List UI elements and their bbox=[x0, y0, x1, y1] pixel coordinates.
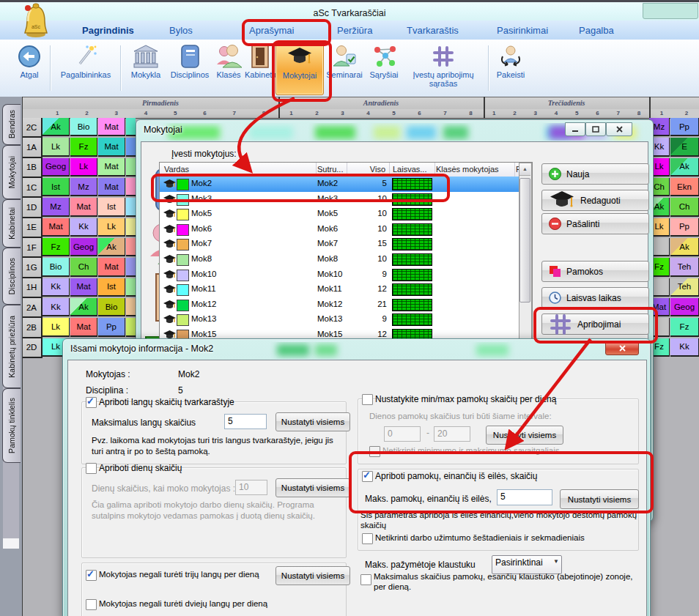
max-windows-input[interactable]: 5 bbox=[224, 414, 267, 429]
column-header-Laisvas[interactable]: Laisvas... bbox=[393, 165, 426, 174]
max-lessons-input[interactable]: 20 bbox=[434, 426, 470, 442]
ribbon-button-sąryšiai[interactable]: Sąryšiai bbox=[366, 42, 402, 94]
timetable-cell[interactable]: Mat bbox=[70, 318, 97, 336]
ribbon-button-mokytojai[interactable]: Mokytojai bbox=[275, 42, 324, 95]
timetable-cell[interactable]: Ak bbox=[670, 158, 699, 177]
asc-logo-bell-icon[interactable]: aSc bbox=[19, 2, 53, 39]
timetable-cell[interactable]: Mat bbox=[42, 218, 70, 237]
timetable-cell[interactable]: Mz bbox=[42, 198, 70, 216]
menu-item-tvarkaraštis[interactable]: Tvarkaraštis bbox=[407, 25, 459, 36]
timetable-cell[interactable]: Bio bbox=[42, 258, 70, 276]
scrollbar-thumb[interactable] bbox=[519, 178, 530, 303]
no-two-windows-checkbox[interactable] bbox=[86, 599, 97, 610]
sidebar-tab-kabinetai[interactable]: Kabinetai bbox=[2, 199, 21, 248]
question-zone-cb-label[interactable]: Maksimalus skaičius pamokų, esančių klau… bbox=[374, 571, 637, 592]
timetable-cell[interactable]: Ch bbox=[70, 258, 97, 276]
timetable-cell[interactable]: Geog bbox=[70, 238, 97, 256]
limit-days-label[interactable]: Apriboti dienų skaičių bbox=[99, 463, 182, 473]
close-icon[interactable] bbox=[606, 122, 632, 136]
column-header-Vardas[interactable]: Vardas bbox=[164, 165, 189, 174]
teacher-row-Mok12[interactable]: Mok12Mok1221 bbox=[160, 297, 532, 313]
column-header-Sutru[interactable]: Sutru... bbox=[317, 165, 343, 174]
min-lessons-input[interactable]: 0 bbox=[384, 426, 421, 442]
minmax-label[interactable]: Nustatykite min/max pamokų skaičių per d… bbox=[375, 394, 556, 404]
timetable-cell[interactable]: Kk bbox=[70, 218, 97, 237]
timetable-cell[interactable]: Fz bbox=[42, 238, 70, 256]
timetable-cell[interactable]: Geog bbox=[670, 298, 699, 316]
dialog-button-redaguoti[interactable]: Redaguoti bbox=[541, 190, 649, 211]
max-consecutive-input[interactable]: 5 bbox=[497, 489, 552, 505]
timetable-cell[interactable]: Mat bbox=[98, 138, 125, 156]
dialog-button-laisvas-laikas[interactable]: Laisvas laikas bbox=[541, 287, 649, 308]
timetable-cell[interactable]: Mat bbox=[98, 178, 125, 196]
sidebar-tab-mokytojai[interactable]: Mokytojai bbox=[2, 145, 21, 199]
sidebar-tab-kabinet-prie-i-ra[interactable]: Kabinetų priežiūra bbox=[2, 305, 21, 388]
timetable-cell[interactable]: Teh bbox=[670, 258, 699, 276]
timetable-cell[interactable]: Pp bbox=[670, 118, 699, 136]
timetable-cell[interactable]: Ist bbox=[42, 178, 70, 196]
timetable-cell[interactable]: Lk bbox=[42, 138, 70, 156]
ribbon-button-klasės[interactable]: Klasės bbox=[212, 42, 245, 94]
ribbon-button-pagalbininkas[interactable]: Pagalbininkas bbox=[54, 42, 117, 94]
ribbon-button-seminarai[interactable]: Seminarai bbox=[322, 42, 366, 94]
dialog-button-pa-alinti[interactable]: Pašalinti bbox=[541, 213, 649, 234]
timetable-cell[interactable]: Kk bbox=[670, 338, 699, 357]
dialog-button-nauja[interactable]: Nauja bbox=[541, 163, 649, 185]
column-header-Klassmokytojas[interactable]: Klasės mokytojas bbox=[436, 165, 499, 174]
limit-consecutive-label[interactable]: Apriboti pamokų, einančių iš eilės, skai… bbox=[375, 471, 537, 481]
sidebar-tab-disciplinos[interactable]: Disciplinos bbox=[2, 248, 21, 305]
teacher-row-Mok8[interactable]: Mok8Mok810 bbox=[160, 252, 532, 267]
sidebar-tab-pamok-tinklelis[interactable]: Pamokų tinklelis bbox=[2, 388, 21, 463]
dialog-button-apribojimai[interactable]: Apribojimai bbox=[541, 313, 649, 335]
timetable-cell[interactable]: Mz bbox=[70, 178, 97, 196]
timetable-cell[interactable]: Mat bbox=[70, 198, 97, 216]
timetable-cell[interactable]: Bio bbox=[70, 118, 97, 136]
timetable-cell[interactable]: Mat bbox=[98, 158, 125, 177]
teacher-row-Mok7[interactable]: Mok7Mok715 bbox=[160, 237, 532, 252]
menu-item-bylos[interactable]: Bylos bbox=[169, 25, 193, 36]
column-header-Viso[interactable]: Viso bbox=[349, 165, 385, 174]
timetable-cell[interactable]: E bbox=[670, 138, 699, 156]
question-zone-checkbox[interactable] bbox=[360, 574, 371, 585]
days-count-input[interactable]: 10 bbox=[235, 480, 267, 495]
teacher-row-Mok10[interactable]: Mok10Mok109 bbox=[160, 267, 532, 283]
timetable-cell[interactable]: Fz bbox=[670, 318, 699, 336]
teacher-row-Mok11[interactable]: Mok11Mok1112 bbox=[160, 282, 532, 297]
minmax-checkbox[interactable] bbox=[362, 394, 373, 405]
timetable-cell[interactable]: Mat bbox=[70, 278, 97, 297]
minimize-button[interactable] bbox=[565, 122, 585, 136]
ribbon-button-mokykla[interactable]: Mokykla bbox=[125, 42, 167, 94]
timetable-cell[interactable]: Ak bbox=[70, 298, 97, 316]
limit-consecutive-checkbox[interactable] bbox=[362, 471, 373, 482]
timetable-cell[interactable]: Lk bbox=[70, 158, 97, 177]
teacher-row-Mok2[interactable]: Mok2Mok25 bbox=[160, 177, 532, 192]
no-three-windows-checkbox[interactable] bbox=[86, 570, 97, 581]
limit-windows-checkbox[interactable] bbox=[86, 397, 97, 408]
set-all-button[interactable]: Nustatyti visiems bbox=[275, 412, 350, 431]
close-icon[interactable] bbox=[605, 341, 639, 355]
timetable-cell[interactable]: Ekn bbox=[670, 178, 699, 196]
menu-item-peržiūra[interactable]: Peržiūra bbox=[337, 25, 372, 36]
teacher-row-Mok3[interactable]: Mok3Mok310 bbox=[160, 192, 532, 207]
teacher-row-Mok5[interactable]: Mok5Mok510 bbox=[160, 207, 532, 222]
timetable-cell[interactable]: Lk bbox=[42, 318, 70, 336]
timetable-cell[interactable]: Kk bbox=[42, 298, 70, 316]
set-all-button[interactable]: Nustatyti visiems bbox=[486, 426, 563, 445]
limit-windows-label[interactable]: Apriboti langų skaičių tvarkaraštyje bbox=[99, 397, 234, 407]
teacher-row-Mok6[interactable]: Mok6Mok610 bbox=[160, 222, 532, 237]
scroll-up-icon[interactable]: ▲ bbox=[519, 163, 530, 176]
menu-item-pagalba[interactable]: Pagalba bbox=[579, 25, 614, 36]
timetable-cell[interactable]: Lk bbox=[98, 218, 125, 237]
title-bar[interactable]: aSc Tvarkaraščiai bbox=[0, 2, 699, 21]
skip-weekend-work-label[interactable]: Netikrinti darbo užimtumo šeštadieniais … bbox=[375, 533, 585, 542]
no-two-windows-label[interactable]: Mokytojas negali turėti dviejų langų per… bbox=[99, 599, 267, 608]
set-all-button[interactable]: Nustatyti visiems bbox=[275, 566, 350, 585]
menu-item-pasirinkimai[interactable]: Pasirinkimai bbox=[497, 25, 548, 36]
skip-weekend-minmax-checkbox[interactable] bbox=[369, 446, 380, 457]
timetable-cell[interactable]: Pp bbox=[670, 218, 699, 237]
sidebar-tab-bendras[interactable]: Bendras bbox=[2, 104, 21, 145]
timetable-cell[interactable]: Ak bbox=[42, 118, 70, 136]
ribbon-button-įvestų apribojimų[interactable]: Įvestų apribojimų sąrašas bbox=[402, 42, 485, 94]
skip-weekend-work-checkbox[interactable] bbox=[362, 533, 373, 544]
maximize-button[interactable] bbox=[585, 122, 606, 136]
